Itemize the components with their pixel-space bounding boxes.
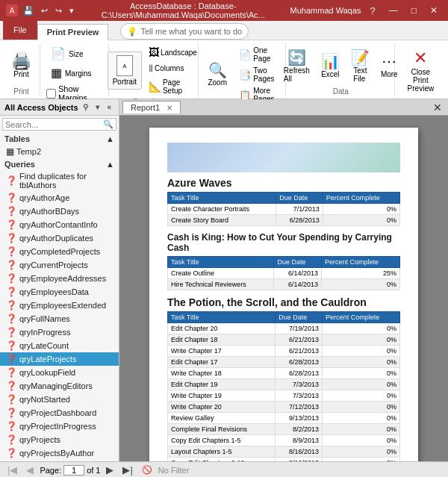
sidebar-item-find-duplicates[interactable]: ❓ Find duplicates for tblAuthors (0, 170, 119, 191)
help-btn[interactable]: ? (366, 4, 380, 18)
maximize-btn[interactable]: □ (407, 4, 421, 17)
sidebar-item-qryProjectsExtended[interactable]: ❓ qryProjectsExtended (0, 460, 119, 461)
sidebar-item-qryLookupField[interactable]: ❓ qryLookupField (0, 366, 119, 379)
tab-close-icon[interactable]: ✕ (167, 104, 172, 112)
sidebar-item-qryInProgress[interactable]: ❓ qryInProgress (0, 325, 119, 339)
qs-dropdown-btn[interactable]: ▾ (67, 5, 76, 16)
sidebar-search-input[interactable] (5, 120, 103, 129)
qryCompletedProjects-label: qryCompletedProjects (19, 247, 100, 256)
margins-button[interactable]: ▦ Margins (46, 64, 96, 82)
sidebar-item-qryProjectsByAuthor[interactable]: ❓ qryProjectsByAuthor (0, 446, 119, 460)
cell-task: Complete Final Revisions (168, 424, 276, 435)
content-tab-report1[interactable]: Report1 ✕ (122, 101, 181, 113)
close-btn[interactable]: ✕ (426, 4, 442, 17)
query-icon-6: ❓ (6, 246, 17, 257)
sidebar-item-qryEmployeesExtended[interactable]: ❓ qryEmployeesExtended (0, 299, 119, 312)
sidebar-item-qryEmployeesData[interactable]: ❓ qryEmployeesData (0, 285, 119, 299)
print-group-label: Print (13, 86, 29, 96)
sidebar-item-qryAuthorAge[interactable]: ❓ qryAuthorAge (0, 191, 119, 205)
minimize-btn[interactable]: — (385, 4, 402, 17)
qryFullNames-label: qryFullNames (19, 314, 70, 323)
zoom-button[interactable]: 🔍 Zoom (204, 60, 231, 90)
cell-pct: 0% (323, 357, 400, 368)
excel-button[interactable]: 📊 Excel (317, 49, 344, 81)
undo-btn[interactable]: ↩ (39, 5, 50, 16)
nav-next-btn[interactable]: ▶ (103, 464, 116, 476)
landscape-label: Landscape (161, 49, 197, 57)
page-label: Page: (40, 466, 61, 475)
sidebar-item-qryManagingEditors[interactable]: ❓ qryManagingEditors (0, 379, 119, 393)
col-pct-2: Percent Complete (321, 257, 399, 268)
zoom-icon: 🔍 (208, 63, 227, 78)
page-setup-button[interactable]: 📐 Page Setup (145, 77, 201, 96)
page-setup-icon: 📐 (149, 81, 161, 93)
col-task-title-3: Task Title (168, 312, 276, 323)
quick-save-btn[interactable]: 💾 (21, 5, 36, 16)
query-icon-21: ❓ (6, 448, 17, 458)
columns-button[interactable]: ⫴ Columns (145, 60, 201, 76)
sidebar-search-btn[interactable]: ⚲ (80, 102, 91, 113)
nav-last-btn[interactable]: ▶| (119, 464, 135, 476)
content-area-close-btn[interactable]: ✕ (430, 102, 445, 113)
page-container[interactable]: Azure Waves Task Title Due Date Percent … (119, 116, 448, 461)
one-page-icon: 📄 (239, 49, 251, 60)
sidebar-item-qryCompletedProjects[interactable]: ❓ qryCompletedProjects (0, 245, 119, 258)
sidebar-options-btn[interactable]: ▾ (93, 102, 102, 113)
nav-prev-btn[interactable]: ◀ (23, 464, 37, 476)
margins-label: Margins (65, 69, 92, 78)
sidebar-item-qryLateCount[interactable]: ❓ qryLateCount (0, 339, 119, 352)
sidebar-item-qryEmployeeAddresses[interactable]: ❓ qryEmployeeAddresses (0, 272, 119, 285)
cell-task: Edit Chapter 18 (168, 334, 276, 346)
sidebar-item-qryProjects[interactable]: ❓ qryProjects (0, 433, 119, 446)
report-page: Azure Waves Task Title Due Date Percent … (149, 128, 418, 461)
sidebar-collapse-btn[interactable]: « (104, 102, 114, 113)
page-number-input[interactable] (63, 465, 84, 476)
sidebar-item-qryProjectDashboard[interactable]: ❓ qryProjectDashboard (0, 406, 119, 420)
close-print-preview-button[interactable]: ✕ Close PrintPreview (401, 45, 441, 96)
col-due-date-1: Due Date (276, 193, 323, 204)
sidebar-item-qryLateProjects[interactable]: ❓ qryLateProjects (0, 352, 119, 366)
query-icon-17: ❓ (6, 394, 17, 405)
portrait-button[interactable]: A Portrait (108, 52, 142, 90)
query-icon-19: ❓ (6, 421, 17, 431)
content-tab-bar: Report1 ✕ ✕ (119, 99, 448, 116)
zoom-content: 🔍 Zoom 📄 One Page 📑 Two Pages 📋 More Pag… (204, 45, 281, 105)
ribbon-group-page-layout: A Portrait 🖼 Landscape ⫴ Columns 📐 (111, 43, 199, 97)
sidebar-section-queries[interactable]: Queries ▲ (0, 158, 119, 170)
sidebar-item-qryAuthorContantInfo[interactable]: ❓ qryAuthorContantInfo (0, 218, 119, 231)
text-file-button[interactable]: 📝 TextFile (346, 46, 374, 86)
col-task-title-1: Task Title (168, 193, 276, 204)
cell-pct: 0% (323, 346, 400, 357)
sidebar-item-qryFullNames[interactable]: ❓ qryFullNames (0, 312, 119, 325)
sidebar-item-temp2[interactable]: ▦ Temp2 (0, 145, 119, 158)
sidebar-item-qryProjectInProgress[interactable]: ❓ qryProjectInProgress (0, 420, 119, 433)
col-pct-1: Percent Complete (323, 193, 399, 204)
print-button[interactable]: 🖨️ Print (7, 50, 36, 81)
sidebar-item-qryAuthorDuplicates[interactable]: ❓ qryAuthorDuplicates (0, 231, 119, 245)
col-due-date-2: Due Date (274, 257, 322, 268)
landscape-button[interactable]: 🖼 Landscape (145, 45, 201, 60)
one-page-button[interactable]: 📄 One Page (234, 45, 281, 64)
size-button[interactable]: 📄 Size (46, 45, 87, 63)
zoom-label: Zoom (208, 78, 227, 87)
show-margins-input[interactable] (46, 89, 56, 99)
sidebar-section-tables[interactable]: Tables ▲ (0, 133, 119, 145)
cell-task: Create Outline (168, 268, 274, 279)
tab-print-preview[interactable]: Print Preview (37, 24, 109, 40)
sidebar-item-qryCurrentProjects[interactable]: ❓ qryCurrentProjects (0, 258, 119, 272)
sidebar-search-box[interactable]: 🔍 (2, 118, 116, 131)
size-icon: 📄 (51, 48, 66, 60)
nav-first-btn[interactable]: |◀ (4, 464, 20, 476)
one-page-label: One Page (253, 46, 276, 63)
ribbon-group-print: 🖨️ Print Print (3, 43, 40, 97)
sidebar-item-qryNotStarted[interactable]: ❓ qryNotStarted (0, 393, 119, 406)
tell-me-box[interactable]: 💡 Tell me what you want to do (120, 23, 249, 40)
tab-file[interactable]: File (3, 20, 37, 40)
refresh-button[interactable]: 🔄 RefreshAll (279, 46, 314, 86)
cell-pct: 0% (321, 279, 399, 290)
two-pages-button[interactable]: 📑 Two Pages (234, 65, 281, 84)
redo-btn[interactable]: ↪ (53, 5, 64, 16)
columns-icon: ⫴ (149, 62, 153, 75)
sidebar-item-qryAuthorBDays[interactable]: ❓ qryAuthorBDays (0, 205, 119, 218)
sidebar-items: Tables ▲ ▦ Temp2 Queries ▲ ❓ Find duplic… (0, 133, 119, 461)
